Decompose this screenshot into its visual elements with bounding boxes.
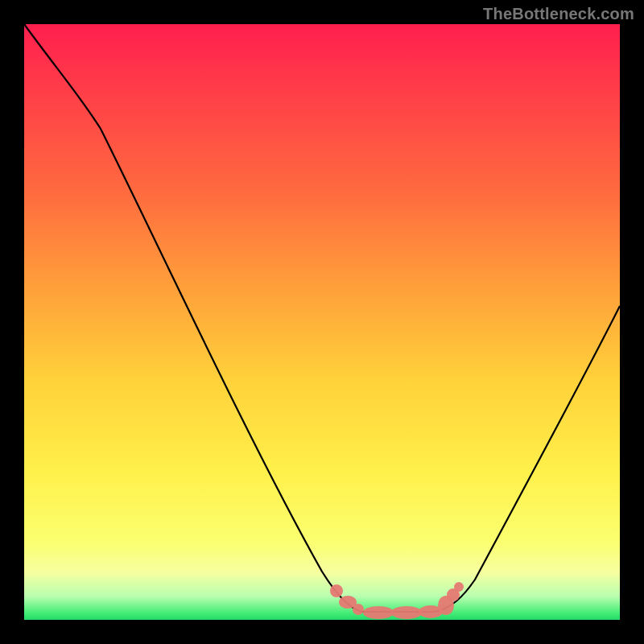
svg-point-8 <box>455 583 463 591</box>
curve-svg <box>24 24 620 620</box>
svg-point-1 <box>340 597 356 608</box>
plot-area <box>24 24 620 620</box>
svg-point-0 <box>331 585 342 597</box>
svg-point-2 <box>353 605 363 614</box>
optimal-region-marker <box>331 583 463 618</box>
watermark-text: TheBottleneck.com <box>483 5 634 23</box>
bottleneck-curve <box>24 24 620 612</box>
chart-frame: TheBottleneck.com <box>0 0 644 644</box>
svg-point-4 <box>392 607 421 618</box>
svg-point-3 <box>364 607 393 618</box>
